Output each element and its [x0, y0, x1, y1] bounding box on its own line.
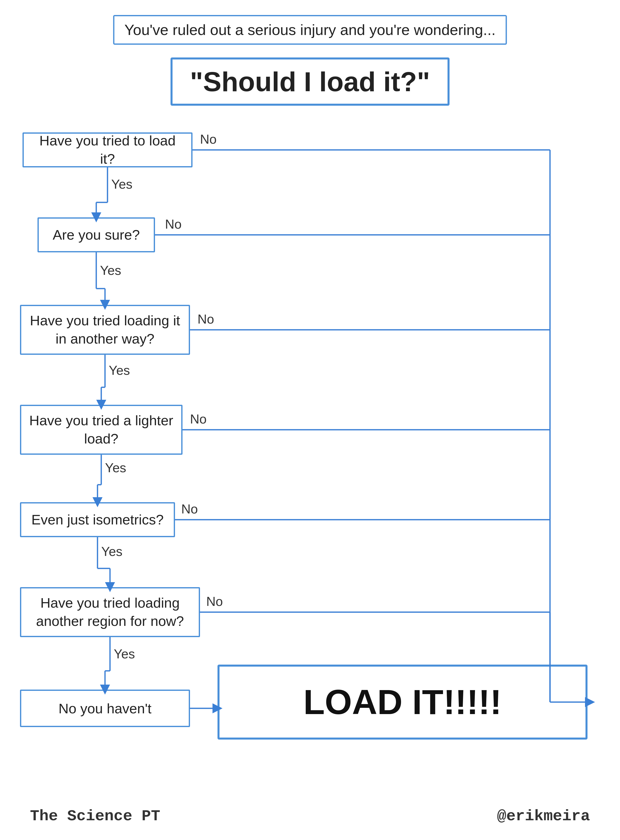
load-it-box: LOAD IT!!!!! — [218, 664, 587, 740]
question-6: Have you tried loading another region fo… — [20, 587, 200, 637]
svg-text:Yes: Yes — [101, 544, 122, 559]
question-2: Are you sure? — [38, 218, 155, 252]
svg-text:No: No — [206, 594, 223, 609]
footer-right: @erikmeira — [497, 807, 590, 825]
svg-text:Yes: Yes — [114, 646, 135, 661]
svg-text:Yes: Yes — [100, 263, 121, 278]
svg-text:Yes: Yes — [111, 177, 132, 191]
question-5: Even just isometrics? — [20, 502, 175, 537]
svg-text:Yes: Yes — [105, 460, 126, 475]
question-4: Have you tried a lighter load? — [20, 405, 182, 455]
title-box: "Should I load it?" — [170, 57, 450, 106]
svg-text:No: No — [197, 312, 214, 326]
footer-left: The Science PT — [30, 807, 160, 825]
svg-text:Yes: Yes — [109, 363, 130, 378]
question-3: Have you tried loading it in another way… — [20, 305, 190, 355]
svg-text:No: No — [200, 132, 217, 146]
svg-text:No: No — [190, 412, 206, 426]
svg-text:No: No — [181, 502, 198, 516]
intro-text: You've ruled out a serious injury and yo… — [125, 21, 496, 38]
svg-text:No: No — [165, 217, 182, 231]
intro-box: You've ruled out a serious injury and yo… — [113, 15, 507, 45]
title-text: "Should I load it?" — [190, 66, 430, 97]
question-1: Have you tried to load it? — [23, 132, 193, 167]
no-box: No you haven't — [20, 690, 190, 727]
